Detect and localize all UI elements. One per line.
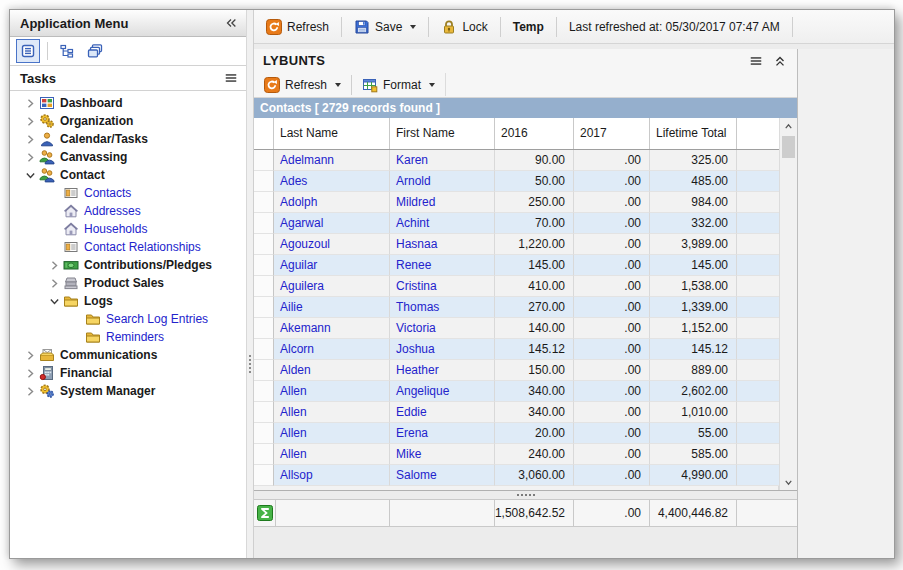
table-row[interactable]: AguilarRenee145.00.00145.00	[254, 255, 779, 276]
tree-item-calendar-tasks[interactable]: Calendar/Tasks	[10, 130, 246, 148]
row-selector-cell[interactable]	[254, 234, 274, 255]
first-name-cell[interactable]: Victoria	[390, 318, 495, 339]
last-name-cell[interactable]: Ailie	[274, 297, 390, 318]
tree-item-logs[interactable]: Logs	[10, 292, 246, 310]
last-name-cell[interactable]: Ades	[274, 171, 390, 192]
chevron-right-icon[interactable]	[24, 150, 39, 165]
first-name-cell[interactable]: Cristina	[390, 276, 495, 297]
column-header-last-name[interactable]: Last Name	[274, 118, 390, 149]
menu-view-icon[interactable]	[16, 39, 40, 63]
table-row[interactable]: AllsopSalome3,060.00.004,990.00	[254, 465, 779, 486]
tree-item-dashboard[interactable]: Dashboard	[10, 94, 246, 112]
table-row[interactable]: AgarwalAchint70.00.00332.00	[254, 213, 779, 234]
table-row[interactable]: AgouzoulHasnaa1,220.00.003,989.00	[254, 234, 779, 255]
chevron-right-icon[interactable]	[24, 348, 39, 363]
scrollbar-thumb[interactable]	[782, 136, 795, 158]
row-selector-cell[interactable]	[254, 213, 274, 234]
last-name-cell[interactable]: Agouzoul	[274, 234, 390, 255]
last-name-cell[interactable]: Aguilera	[274, 276, 390, 297]
first-name-cell[interactable]: Salome	[390, 465, 495, 486]
first-name-cell[interactable]: Achint	[390, 213, 495, 234]
tree-item-addresses[interactable]: Addresses	[10, 202, 246, 220]
tree-item-canvassing[interactable]: Canvassing	[10, 148, 246, 166]
row-selector-cell[interactable]	[254, 297, 274, 318]
table-row[interactable]: AdesArnold50.00.00485.00	[254, 171, 779, 192]
first-name-cell[interactable]: Karen	[390, 150, 495, 171]
table-row[interactable]: AguileraCristina410.00.001,538.00	[254, 276, 779, 297]
chevron-down-icon[interactable]	[48, 294, 63, 309]
row-selector-cell[interactable]	[254, 465, 274, 486]
row-selector-cell[interactable]	[254, 423, 274, 444]
table-row[interactable]: AdelmannKaren90.00.00325.00	[254, 150, 779, 171]
row-selector-cell[interactable]	[254, 192, 274, 213]
tree-item-communications[interactable]: Communications	[10, 346, 246, 364]
last-name-cell[interactable]: Allen	[274, 444, 390, 465]
cascade-windows-icon[interactable]	[83, 39, 107, 63]
tree-item-reminders[interactable]: Reminders	[10, 328, 246, 346]
chevron-right-icon[interactable]	[24, 96, 39, 111]
first-name-cell[interactable]: Hasnaa	[390, 234, 495, 255]
table-row[interactable]: AllenMike240.00.00585.00	[254, 444, 779, 465]
tree-item-system-manager[interactable]: System Manager	[10, 382, 246, 400]
format-dropdown-caret[interactable]	[429, 83, 435, 87]
first-name-cell[interactable]: Arnold	[390, 171, 495, 192]
first-name-cell[interactable]: Mildred	[390, 192, 495, 213]
first-name-cell[interactable]: Renee	[390, 255, 495, 276]
tree-item-search-log-entries[interactable]: Search Log Entries	[10, 310, 246, 328]
tree-item-contributions-pledges[interactable]: Contributions/Pledges	[10, 256, 246, 274]
first-name-cell[interactable]: Thomas	[390, 297, 495, 318]
table-row[interactable]: AkemannVictoria140.00.001,152.00	[254, 318, 779, 339]
chevron-right-icon[interactable]	[48, 276, 63, 291]
vertical-scrollbar[interactable]	[779, 118, 797, 490]
last-name-cell[interactable]: Agarwal	[274, 213, 390, 234]
table-row[interactable]: AlcornJoshua145.12.00145.12	[254, 339, 779, 360]
row-selector-cell[interactable]	[254, 171, 274, 192]
scrollbar-track[interactable]	[780, 158, 797, 474]
table-row[interactable]: AdolphMildred250.00.00984.00	[254, 192, 779, 213]
column-header-2017[interactable]: 2017	[574, 118, 650, 149]
first-name-cell[interactable]: Joshua	[390, 339, 495, 360]
tree-item-contacts[interactable]: Contacts	[10, 184, 246, 202]
lock-button[interactable]: Lock	[435, 16, 493, 38]
grid-refresh-button[interactable]: Refresh	[258, 74, 347, 96]
last-name-cell[interactable]: Akemann	[274, 318, 390, 339]
table-row[interactable]: AilieThomas270.00.001,339.00	[254, 297, 779, 318]
first-name-cell[interactable]: Mike	[390, 444, 495, 465]
last-name-cell[interactable]: Allen	[274, 381, 390, 402]
save-dropdown-caret[interactable]	[410, 25, 416, 29]
last-name-cell[interactable]: Allsop	[274, 465, 390, 486]
chevron-right-icon[interactable]	[24, 132, 39, 147]
last-name-cell[interactable]: Allen	[274, 402, 390, 423]
collapse-panel-icon[interactable]	[773, 54, 787, 68]
table-row[interactable]: AldenHeather150.00.00889.00	[254, 360, 779, 381]
tree-item-contact[interactable]: Contact	[10, 166, 246, 184]
last-name-cell[interactable]: Adelmann	[274, 150, 390, 171]
chevron-right-icon[interactable]	[24, 366, 39, 381]
table-row[interactable]: AllenAngelique340.00.002,602.00	[254, 381, 779, 402]
column-header-first-name[interactable]: First Name	[390, 118, 495, 149]
row-selector-cell[interactable]	[254, 444, 274, 465]
tree-item-contact-relationships[interactable]: Contact Relationships	[10, 238, 246, 256]
row-selector-cell[interactable]	[254, 318, 274, 339]
scroll-up-arrow[interactable]	[780, 118, 797, 134]
chevron-right-icon[interactable]	[48, 258, 63, 273]
tree-item-product-sales[interactable]: Product Sales	[10, 274, 246, 292]
panel-splitter[interactable]	[246, 10, 254, 558]
first-name-cell[interactable]: Angelique	[390, 381, 495, 402]
chevron-right-icon[interactable]	[24, 114, 39, 129]
save-button[interactable]: Save	[348, 16, 422, 38]
tree-item-organization[interactable]: Organization	[10, 112, 246, 130]
first-name-cell[interactable]: Heather	[390, 360, 495, 381]
row-selector-cell[interactable]	[254, 360, 274, 381]
refresh-button[interactable]: Refresh	[260, 16, 335, 38]
last-name-cell[interactable]: Alden	[274, 360, 390, 381]
format-button[interactable]: Format	[356, 74, 441, 96]
column-header-lifetime-total[interactable]: Lifetime Total	[650, 118, 737, 149]
row-selector-cell[interactable]	[254, 339, 274, 360]
tree-item-households[interactable]: Households	[10, 220, 246, 238]
collapse-sidebar-icon[interactable]	[224, 16, 238, 30]
grid-summary-splitter[interactable]	[254, 491, 797, 499]
panel-menu-icon[interactable]	[749, 54, 763, 68]
row-selector-cell[interactable]	[254, 381, 274, 402]
chevron-right-icon[interactable]	[24, 384, 39, 399]
